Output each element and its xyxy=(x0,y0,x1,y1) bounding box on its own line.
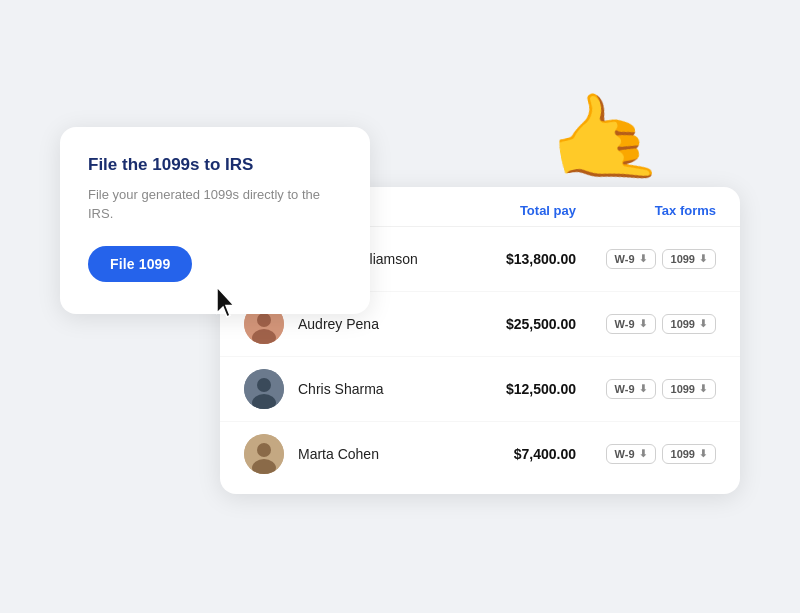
w9-badge[interactable]: W-9 ⬇ xyxy=(606,379,656,399)
table-row: Chris Sharma $12,500.00 W-9 ⬇ 1099 ⬇ xyxy=(220,357,740,422)
1099-badge[interactable]: 1099 ⬇ xyxy=(662,379,716,399)
w9-badge[interactable]: W-9 ⬇ xyxy=(606,249,656,269)
file-card-description: File your generated 1099s directly to th… xyxy=(88,185,342,224)
person-name: Chris Sharma xyxy=(298,381,456,397)
download-icon: ⬇ xyxy=(699,318,707,329)
col-tax-header: Tax forms xyxy=(576,203,716,218)
tax-forms: W-9 ⬇ 1099 ⬇ xyxy=(576,314,716,334)
avatar xyxy=(244,369,284,409)
tax-forms: W-9 ⬇ 1099 ⬇ xyxy=(576,249,716,269)
download-icon: ⬇ xyxy=(639,383,647,394)
1099-badge[interactable]: 1099 ⬇ xyxy=(662,314,716,334)
person-name: Audrey Pena xyxy=(298,316,456,332)
download-icon: ⬇ xyxy=(699,383,707,394)
person-name: Marta Cohen xyxy=(298,446,456,462)
cursor-arrow xyxy=(215,285,243,324)
svg-point-10 xyxy=(257,443,271,457)
download-icon: ⬇ xyxy=(639,318,647,329)
1099-badge[interactable]: 1099 ⬇ xyxy=(662,444,716,464)
scene: 🤙 File the 1099s to IRS File your genera… xyxy=(60,67,740,547)
download-icon: ⬇ xyxy=(699,448,707,459)
download-icon: ⬇ xyxy=(639,253,647,264)
svg-point-7 xyxy=(257,378,271,392)
pay-amount: $12,500.00 xyxy=(456,381,576,397)
hand-emoji: 🤙 xyxy=(540,78,669,201)
svg-point-4 xyxy=(257,313,271,327)
col-total-header: Total pay xyxy=(456,203,576,218)
w9-badge[interactable]: W-9 ⬇ xyxy=(606,444,656,464)
download-icon: ⬇ xyxy=(699,253,707,264)
file-1099-button[interactable]: File 1099 xyxy=(88,246,192,282)
avatar xyxy=(244,434,284,474)
file-card-title: File the 1099s to IRS xyxy=(88,155,342,175)
pay-amount: $7,400.00 xyxy=(456,446,576,462)
table-row: Marta Cohen $7,400.00 W-9 ⬇ 1099 ⬇ xyxy=(220,422,740,486)
download-icon: ⬇ xyxy=(639,448,647,459)
1099-badge[interactable]: 1099 ⬇ xyxy=(662,249,716,269)
w9-badge[interactable]: W-9 ⬇ xyxy=(606,314,656,334)
pay-amount: $13,800.00 xyxy=(456,251,576,267)
tax-forms: W-9 ⬇ 1099 ⬇ xyxy=(576,444,716,464)
file-card: File the 1099s to IRS File your generate… xyxy=(60,127,370,314)
pay-amount: $25,500.00 xyxy=(456,316,576,332)
tax-forms: W-9 ⬇ 1099 ⬇ xyxy=(576,379,716,399)
